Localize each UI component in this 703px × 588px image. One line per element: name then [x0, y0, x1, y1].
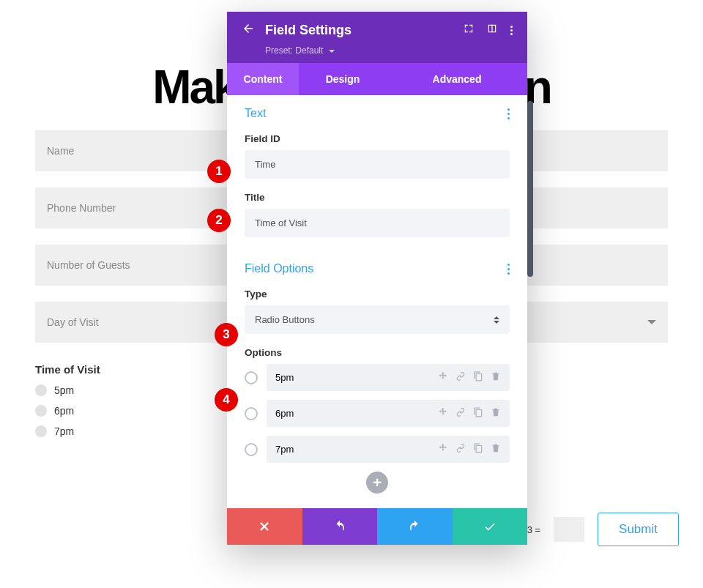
add-option-button[interactable]: + — [366, 472, 388, 494]
option-row: 5pm — [245, 364, 510, 391]
scrollbar[interactable] — [527, 101, 533, 277]
type-label: Type — [245, 289, 510, 299]
move-icon[interactable] — [438, 443, 448, 455]
visit-option-label: 7pm — [54, 425, 74, 437]
preset-label: Preset: Default — [265, 45, 323, 56]
save-button[interactable] — [453, 508, 528, 545]
radio-icon[interactable] — [245, 407, 258, 420]
radio-icon — [35, 405, 47, 417]
text-section-title[interactable]: Text — [245, 107, 266, 120]
select-arrows-icon — [494, 316, 499, 324]
preset-dropdown[interactable]: Preset: Default — [265, 45, 513, 56]
move-icon[interactable] — [438, 407, 448, 420]
callout-badge-2: 2 — [207, 209, 231, 232]
option-value: 5pm — [275, 372, 294, 383]
options-label: Options — [245, 347, 510, 358]
link-icon[interactable] — [455, 371, 466, 384]
type-select-value: Radio Buttons — [255, 314, 315, 325]
callout-badge-3: 3 — [215, 323, 238, 346]
visit-option-label: 6pm — [54, 405, 74, 417]
duplicate-icon[interactable] — [473, 443, 483, 455]
trash-icon[interactable] — [491, 443, 501, 455]
trash-icon[interactable] — [491, 407, 501, 420]
option-value: 7pm — [275, 444, 294, 455]
field-options-section-title[interactable]: Field Options — [245, 262, 313, 275]
kebab-menu-icon[interactable] — [510, 26, 513, 35]
option-value: 6pm — [275, 408, 294, 419]
radio-icon — [35, 384, 47, 396]
submit-button[interactable]: Submit — [598, 513, 679, 546]
type-select[interactable]: Radio Buttons — [245, 305, 510, 334]
dock-icon[interactable] — [487, 23, 497, 37]
option-input[interactable]: 7pm — [267, 436, 510, 463]
undo-button[interactable] — [302, 508, 378, 545]
back-icon[interactable] — [242, 22, 255, 38]
modal-title: Field Settings — [265, 23, 352, 38]
option-row: 6pm — [245, 400, 510, 427]
title-label: Title — [245, 192, 510, 203]
duplicate-icon[interactable] — [473, 371, 483, 384]
callout-badge-4: 4 — [215, 388, 238, 412]
cancel-button[interactable] — [227, 508, 302, 545]
chevron-down-icon — [329, 50, 335, 53]
redo-button[interactable] — [377, 508, 453, 545]
title-input[interactable]: Time of Visit — [245, 209, 510, 237]
tab-design[interactable]: Design — [299, 63, 387, 95]
tab-content[interactable]: Content — [227, 63, 299, 95]
radio-icon[interactable] — [245, 371, 258, 384]
tab-advanced[interactable]: Advanced — [387, 63, 527, 95]
option-input[interactable]: 5pm — [267, 364, 510, 391]
link-icon[interactable] — [455, 443, 466, 455]
radio-icon — [35, 425, 47, 437]
chevron-down-icon — [647, 320, 656, 324]
move-icon[interactable] — [438, 371, 448, 384]
section-menu-icon[interactable] — [507, 264, 510, 275]
callout-badge-1: 1 — [207, 160, 231, 183]
expand-icon[interactable] — [464, 23, 474, 37]
field-id-label: Field ID — [245, 133, 510, 144]
captcha-input[interactable] — [554, 517, 584, 542]
option-input[interactable]: 6pm — [267, 400, 510, 427]
radio-icon[interactable] — [245, 443, 258, 456]
visit-option-label: 5pm — [54, 384, 74, 396]
link-icon[interactable] — [455, 407, 466, 420]
field-settings-modal: Field Settings Preset: Default Content D… — [227, 12, 527, 545]
trash-icon[interactable] — [491, 371, 501, 384]
duplicate-icon[interactable] — [473, 407, 483, 420]
day-select-label: Day of Visit — [47, 316, 99, 328]
section-menu-icon[interactable] — [507, 108, 510, 119]
field-id-input[interactable]: Time — [245, 150, 510, 179]
option-row: 7pm — [245, 436, 510, 463]
